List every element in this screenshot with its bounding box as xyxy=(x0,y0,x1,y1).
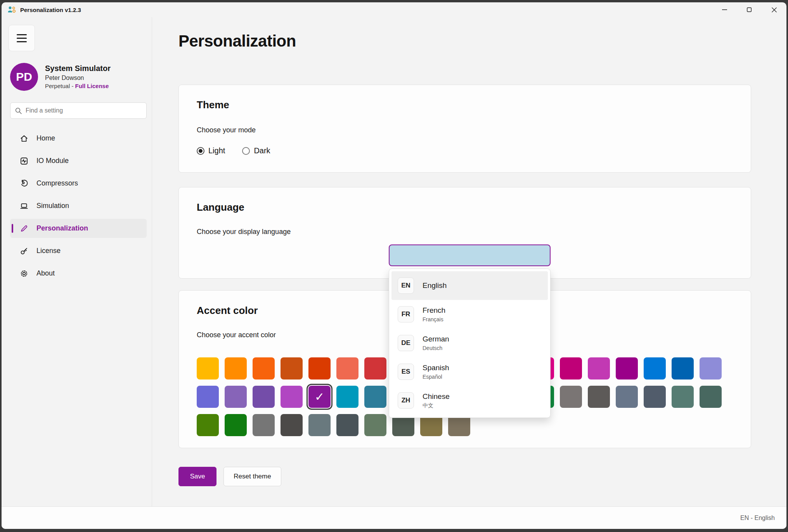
accent-swatch-8764b8[interactable] xyxy=(225,386,247,408)
window-title: Personalization v1.2.3 xyxy=(20,7,81,13)
accent-swatch-515c6b[interactable] xyxy=(644,386,666,408)
sidebar-item-compressors[interactable]: Compressors xyxy=(10,174,147,193)
license-line: Perpetual - Full License xyxy=(45,83,111,90)
accent-title: Accent color xyxy=(197,305,258,317)
radio-icon xyxy=(242,147,250,155)
language-name: English xyxy=(423,281,447,290)
accent-swatch-69797e[interactable] xyxy=(308,414,331,436)
accent-swatch-0078d7[interactable] xyxy=(644,357,666,380)
maximize-button[interactable] xyxy=(737,2,762,17)
theme-radio-dark[interactable]: Dark xyxy=(242,146,270,155)
language-name: Chinese xyxy=(423,392,450,401)
accent-swatch-567c73[interactable] xyxy=(672,386,694,408)
gear-icon xyxy=(19,269,29,278)
accent-swatch-4c4a48[interactable] xyxy=(281,414,303,436)
accent-swatch-767676[interactable] xyxy=(253,414,275,436)
language-subtitle: Choose your display language xyxy=(197,228,291,236)
theme-radio-light[interactable]: Light xyxy=(197,146,225,155)
accent-swatch-6b69d6[interactable] xyxy=(197,386,219,408)
theme-mode-radios: LightDark xyxy=(197,146,270,155)
language-native-name: Español xyxy=(423,374,449,380)
accent-swatch-7a7574[interactable] xyxy=(560,386,582,408)
language-name: German xyxy=(423,335,449,344)
language-option-de[interactable]: DE German Deutsch xyxy=(391,329,548,357)
compressors-icon xyxy=(19,179,29,188)
accent-swatch-0099bc[interactable] xyxy=(336,386,358,408)
radio-icon xyxy=(197,147,204,155)
radio-label: Dark xyxy=(254,146,270,155)
accent-swatch-da3b01[interactable] xyxy=(308,357,331,380)
minimize-button[interactable] xyxy=(712,2,737,17)
language-option-es[interactable]: ES Spanish Español xyxy=(391,357,548,386)
language-option-fr[interactable]: FR French Français xyxy=(391,300,548,329)
accent-swatch-d13438[interactable] xyxy=(364,357,386,380)
sidebar-item-personalization[interactable]: Personalization xyxy=(10,219,147,238)
accent-swatch-107c10[interactable] xyxy=(225,414,247,436)
language-native-name: Français xyxy=(423,316,445,323)
reset-theme-button[interactable]: Reset theme xyxy=(223,467,281,486)
language-native-name: 中文 xyxy=(423,402,450,409)
sidebar-nav: Home IO Module Compressors Simulation Pe… xyxy=(10,129,147,283)
language-code-badge: ZH xyxy=(398,392,414,409)
accent-swatch-ffb900[interactable] xyxy=(197,357,219,380)
sidebar-item-label: IO Module xyxy=(36,157,69,165)
language-code-badge: FR xyxy=(398,306,414,322)
avatar: PD xyxy=(10,63,38,91)
accent-swatch-68768a[interactable] xyxy=(616,386,638,408)
language-code-badge: DE xyxy=(398,335,414,351)
accent-swatch-498205[interactable] xyxy=(197,414,219,436)
accent-swatch-647c64[interactable] xyxy=(364,414,386,436)
accent-swatch-8e8cd8[interactable] xyxy=(700,357,722,380)
license-prefix: Perpetual - xyxy=(45,83,75,89)
language-native-name: Deutsch xyxy=(423,345,449,352)
sidebar-item-label: Simulation xyxy=(36,202,69,210)
theme-card: Theme Choose your mode LightDark xyxy=(178,85,751,173)
accent-swatch-f7630c[interactable] xyxy=(253,357,275,380)
language-option-zh[interactable]: ZH Chinese 中文 xyxy=(391,386,548,415)
theme-title: Theme xyxy=(197,99,229,111)
home-icon xyxy=(19,134,29,143)
radio-label: Light xyxy=(208,146,225,155)
search-icon xyxy=(15,107,22,114)
accent-swatch-ca5010[interactable] xyxy=(281,357,303,380)
save-button[interactable]: Save xyxy=(178,467,216,486)
accent-swatch-4a5459[interactable] xyxy=(336,414,358,436)
sidebar-item-simulation[interactable]: Simulation xyxy=(10,196,147,215)
sidebar-item-label: Home xyxy=(36,134,55,142)
app-logo-icon xyxy=(7,5,16,14)
sidebar-item-license[interactable]: License xyxy=(10,241,147,260)
paintbrush-icon xyxy=(19,224,29,233)
language-option-en[interactable]: EN English xyxy=(391,271,548,300)
accent-swatch-c239b3[interactable] xyxy=(588,357,610,380)
accent-swatch-ff8c00[interactable] xyxy=(225,357,247,380)
key-icon xyxy=(19,246,29,256)
app-window: Personalization v1.2.3 PD System Simulat… xyxy=(2,2,786,529)
sidebar-item-io-module[interactable]: IO Module xyxy=(10,151,147,170)
accent-swatch-5d5a58[interactable] xyxy=(588,386,610,408)
sidebar-item-label: About xyxy=(36,269,55,277)
close-button[interactable] xyxy=(762,2,786,17)
license-type: Full License xyxy=(75,83,109,89)
language-select[interactable] xyxy=(389,244,551,266)
page-title: Personalization xyxy=(178,32,296,50)
hamburger-menu-button[interactable] xyxy=(9,25,35,51)
accent-swatch-bf0077[interactable] xyxy=(560,357,582,380)
sidebar-item-about[interactable]: About xyxy=(10,264,147,283)
accent-swatch-486860[interactable] xyxy=(700,386,722,408)
language-name: French xyxy=(423,306,445,315)
accent-swatch-744da9[interactable] xyxy=(253,386,275,408)
window-controls xyxy=(712,2,786,17)
accent-swatch-9a0089[interactable] xyxy=(616,357,638,380)
accent-swatch-ef6950[interactable] xyxy=(336,357,358,380)
io-module-icon xyxy=(19,156,29,166)
search-input[interactable] xyxy=(26,107,142,114)
accent-swatch-b146c2[interactable] xyxy=(281,386,303,408)
sidebar-item-label: License xyxy=(36,247,61,255)
app-name: System Simulator xyxy=(45,64,111,73)
accent-swatch-0063b1[interactable] xyxy=(672,357,694,380)
language-dropdown: EN English FR French FrançaisDE German D… xyxy=(389,269,551,418)
accent-swatch-2d7d9a[interactable] xyxy=(364,386,386,408)
accent-swatch-881798[interactable]: ✓ xyxy=(308,386,331,408)
search-box xyxy=(10,102,147,119)
sidebar-item-home[interactable]: Home xyxy=(10,129,147,148)
